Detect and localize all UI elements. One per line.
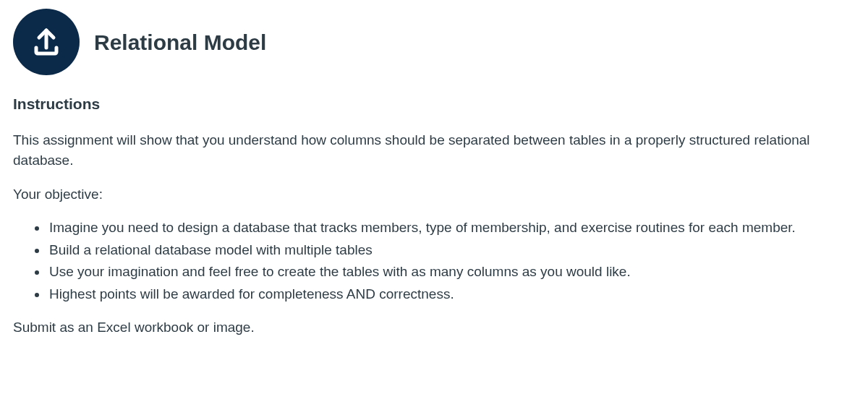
objective-list: Imagine you need to design a database th… <box>13 218 855 304</box>
list-item: Use your imagination and feel free to cr… <box>48 262 855 283</box>
list-item: Highest points will be awarded for compl… <box>48 284 855 305</box>
list-item: Build a relational database model with m… <box>48 240 855 261</box>
page-title: Relational Model <box>94 26 266 59</box>
upload-icon <box>13 9 80 75</box>
list-item: Imagine you need to design a database th… <box>48 218 855 239</box>
submit-instruction: Submit as an Excel workbook or image. <box>13 317 855 338</box>
assignment-header: Relational Model <box>13 9 855 75</box>
objective-lead: Your objective: <box>13 184 855 205</box>
intro-paragraph: This assignment will show that you under… <box>13 130 855 171</box>
instructions-heading: Instructions <box>13 93 855 116</box>
